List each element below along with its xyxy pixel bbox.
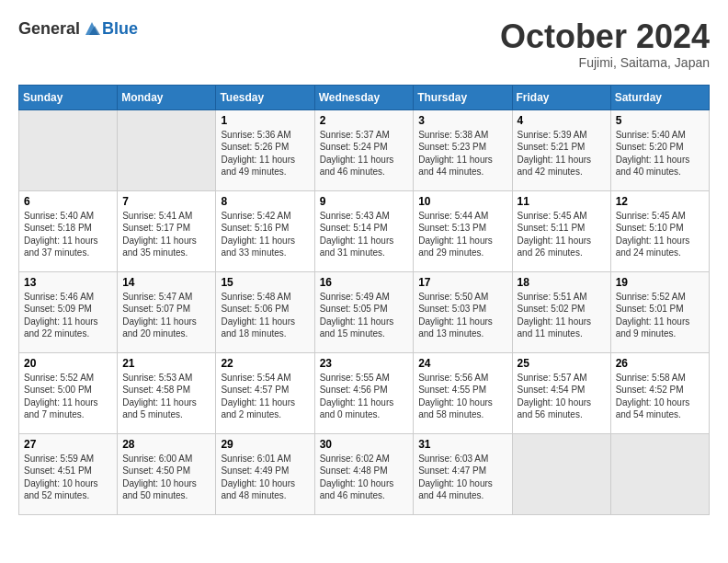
header-cell-wednesday: Wednesday [314,85,414,109]
month-title: October 2024 [500,18,710,55]
day-info: Sunrise: 5:44 AMSunset: 5:13 PMDaylight:… [418,210,506,259]
day-info: Sunrise: 5:42 AMSunset: 5:16 PMDaylight:… [221,210,309,259]
calendar-cell: 12Sunrise: 5:45 AMSunset: 5:10 PMDayligh… [610,190,709,271]
calendar-cell: 3Sunrise: 5:38 AMSunset: 5:23 PMDaylight… [414,109,512,190]
day-number: 29 [221,438,309,451]
day-number: 30 [320,438,409,451]
day-number: 22 [221,357,309,370]
day-number: 1 [221,114,309,127]
title-block: October 2024 Fujimi, Saitama, Japan [500,18,710,70]
day-number: 18 [518,276,606,289]
calendar-cell: 29Sunrise: 6:01 AMSunset: 4:49 PMDayligh… [216,433,314,514]
calendar-cell [512,433,610,514]
day-number: 5 [616,114,704,127]
day-number: 15 [221,276,309,289]
calendar-cell: 27Sunrise: 5:59 AMSunset: 4:51 PMDayligh… [19,433,118,514]
week-row-5: 27Sunrise: 5:59 AMSunset: 4:51 PMDayligh… [19,433,710,514]
week-row-1: 1Sunrise: 5:36 AMSunset: 5:26 PMDaylight… [19,109,710,190]
day-info: Sunrise: 5:36 AMSunset: 5:26 PMDaylight:… [221,129,309,178]
day-number: 19 [616,276,704,289]
calendar-cell: 5Sunrise: 5:40 AMSunset: 5:20 PMDaylight… [610,109,709,190]
calendar-cell: 14Sunrise: 5:47 AMSunset: 5:07 PMDayligh… [118,271,216,352]
calendar-cell: 30Sunrise: 6:02 AMSunset: 4:48 PMDayligh… [314,433,414,514]
day-number: 28 [122,438,210,451]
calendar-cell: 6Sunrise: 5:40 AMSunset: 5:18 PMDaylight… [19,190,118,271]
day-number: 6 [24,195,112,208]
day-number: 26 [616,357,704,370]
header-cell-tuesday: Tuesday [216,85,314,109]
calendar-table: SundayMondayTuesdayWednesdayThursdayFrid… [18,85,710,515]
logo-blue-text: Blue [102,19,138,39]
day-info: Sunrise: 5:48 AMSunset: 5:06 PMDaylight:… [221,291,309,340]
day-info: Sunrise: 5:45 AMSunset: 5:10 PMDaylight:… [616,210,704,259]
day-number: 3 [418,114,506,127]
logo: General Blue [18,18,138,39]
calendar-cell: 20Sunrise: 5:52 AMSunset: 5:00 PMDayligh… [19,352,118,433]
logo-icon [82,18,102,39]
day-number: 21 [122,357,210,370]
calendar-header: SundayMondayTuesdayWednesdayThursdayFrid… [19,85,710,109]
day-number: 23 [320,357,409,370]
day-info: Sunrise: 5:56 AMSunset: 4:55 PMDaylight:… [418,372,506,421]
day-number: 8 [221,195,309,208]
day-info: Sunrise: 5:38 AMSunset: 5:23 PMDaylight:… [418,129,506,178]
day-number: 25 [518,357,606,370]
calendar-cell: 2Sunrise: 5:37 AMSunset: 5:24 PMDaylight… [314,109,414,190]
day-number: 11 [518,195,606,208]
day-number: 24 [418,357,506,370]
day-info: Sunrise: 5:40 AMSunset: 5:18 PMDaylight:… [24,210,112,259]
day-info: Sunrise: 6:00 AMSunset: 4:50 PMDaylight:… [122,453,210,502]
day-info: Sunrise: 5:55 AMSunset: 4:56 PMDaylight:… [320,372,409,421]
day-number: 12 [616,195,704,208]
logo-general-text: General [18,19,80,39]
day-info: Sunrise: 5:53 AMSunset: 4:58 PMDaylight:… [122,372,210,421]
day-info: Sunrise: 6:01 AMSunset: 4:49 PMDaylight:… [221,453,309,502]
day-number: 17 [418,276,506,289]
calendar-cell: 4Sunrise: 5:39 AMSunset: 5:21 PMDaylight… [512,109,610,190]
header-cell-monday: Monday [118,85,216,109]
day-info: Sunrise: 5:59 AMSunset: 4:51 PMDaylight:… [24,453,112,502]
header-cell-saturday: Saturday [610,85,709,109]
calendar-cell: 7Sunrise: 5:41 AMSunset: 5:17 PMDaylight… [118,190,216,271]
calendar-body: 1Sunrise: 5:36 AMSunset: 5:26 PMDaylight… [19,109,710,514]
calendar-cell: 1Sunrise: 5:36 AMSunset: 5:26 PMDaylight… [216,109,314,190]
day-number: 13 [24,276,112,289]
calendar-cell: 19Sunrise: 5:52 AMSunset: 5:01 PMDayligh… [610,271,709,352]
day-info: Sunrise: 5:46 AMSunset: 5:09 PMDaylight:… [24,291,112,340]
calendar-cell: 17Sunrise: 5:50 AMSunset: 5:03 PMDayligh… [414,271,512,352]
header-cell-thursday: Thursday [414,85,512,109]
week-row-3: 13Sunrise: 5:46 AMSunset: 5:09 PMDayligh… [19,271,710,352]
calendar-cell: 31Sunrise: 6:03 AMSunset: 4:47 PMDayligh… [414,433,512,514]
day-info: Sunrise: 5:52 AMSunset: 5:00 PMDaylight:… [24,372,112,421]
day-info: Sunrise: 5:50 AMSunset: 5:03 PMDaylight:… [418,291,506,340]
day-number: 4 [518,114,606,127]
day-info: Sunrise: 6:02 AMSunset: 4:48 PMDaylight:… [320,453,409,502]
day-info: Sunrise: 5:40 AMSunset: 5:20 PMDaylight:… [616,129,704,178]
day-number: 27 [24,438,112,451]
day-info: Sunrise: 5:47 AMSunset: 5:07 PMDaylight:… [122,291,210,340]
week-row-4: 20Sunrise: 5:52 AMSunset: 5:00 PMDayligh… [19,352,710,433]
day-info: Sunrise: 5:45 AMSunset: 5:11 PMDaylight:… [518,210,606,259]
day-info: Sunrise: 5:52 AMSunset: 5:01 PMDaylight:… [616,291,704,340]
day-info: Sunrise: 6:03 AMSunset: 4:47 PMDaylight:… [418,453,506,502]
calendar-cell [19,109,118,190]
calendar-cell: 26Sunrise: 5:58 AMSunset: 4:52 PMDayligh… [610,352,709,433]
day-number: 31 [418,438,506,451]
day-info: Sunrise: 5:41 AMSunset: 5:17 PMDaylight:… [122,210,210,259]
calendar-cell: 16Sunrise: 5:49 AMSunset: 5:05 PMDayligh… [314,271,414,352]
calendar-cell: 22Sunrise: 5:54 AMSunset: 4:57 PMDayligh… [216,352,314,433]
calendar-cell: 10Sunrise: 5:44 AMSunset: 5:13 PMDayligh… [414,190,512,271]
day-number: 7 [122,195,210,208]
calendar-cell: 11Sunrise: 5:45 AMSunset: 5:11 PMDayligh… [512,190,610,271]
location: Fujimi, Saitama, Japan [500,55,710,70]
calendar-cell: 15Sunrise: 5:48 AMSunset: 5:06 PMDayligh… [216,271,314,352]
day-info: Sunrise: 5:51 AMSunset: 5:02 PMDaylight:… [518,291,606,340]
calendar-cell: 25Sunrise: 5:57 AMSunset: 4:54 PMDayligh… [512,352,610,433]
calendar-cell: 9Sunrise: 5:43 AMSunset: 5:14 PMDaylight… [314,190,414,271]
day-info: Sunrise: 5:49 AMSunset: 5:05 PMDaylight:… [320,291,409,340]
calendar-cell [610,433,709,514]
calendar-cell: 13Sunrise: 5:46 AMSunset: 5:09 PMDayligh… [19,271,118,352]
header-cell-sunday: Sunday [19,85,118,109]
calendar-cell: 23Sunrise: 5:55 AMSunset: 4:56 PMDayligh… [314,352,414,433]
day-info: Sunrise: 5:54 AMSunset: 4:57 PMDaylight:… [221,372,309,421]
